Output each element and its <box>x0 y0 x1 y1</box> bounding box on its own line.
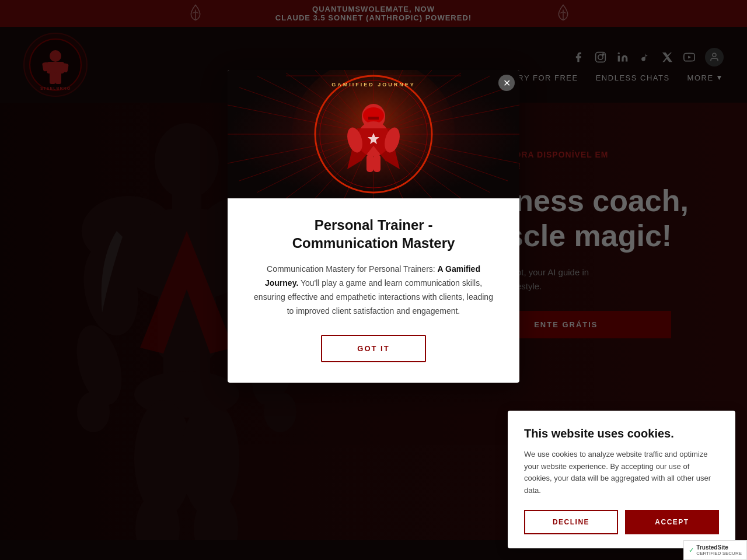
modal-description: Communication Mastery for Personal Train… <box>251 262 496 318</box>
trusted-site-label: TrustedSite <box>696 544 742 551</box>
modal-title: Personal Trainer - Communication Mastery <box>251 216 496 252</box>
modal-badge-svg: GAMIIFIED JOURNEY <box>228 70 519 198</box>
modal-close-button[interactable]: ✕ <box>498 75 515 91</box>
cookie-text: We use cookies to analyze website traffi… <box>524 449 719 497</box>
cookie-title: This website uses cookies. <box>524 427 719 440</box>
cookie-banner: This website uses cookies. We use cookie… <box>508 411 735 548</box>
svg-rect-76 <box>374 155 381 172</box>
trusted-site-certified: CERTIFIED SECURE <box>696 551 742 556</box>
got-it-button[interactable]: GOT IT <box>321 335 425 362</box>
cookie-buttons: DECLINE ACCEPT <box>524 510 719 534</box>
modal-image-area: GAMIIFIED JOURNEY <box>228 70 519 198</box>
trusted-check-icon: ✓ <box>689 547 694 554</box>
accept-button[interactable]: ACCEPT <box>625 510 719 534</box>
svg-point-69 <box>363 107 384 124</box>
modal: GAMIIFIED JOURNEY <box>228 70 519 383</box>
svg-rect-70 <box>368 117 379 120</box>
modal-desc-prefix: Communication Mastery for Personal Train… <box>267 264 435 274</box>
svg-rect-75 <box>366 155 374 172</box>
trusted-site-badge: ✓ TrustedSite CERTIFIED SECURE <box>683 540 747 560</box>
svg-text:GAMIIFIED JOURNEY: GAMIIFIED JOURNEY <box>331 82 416 88</box>
decline-button[interactable]: DECLINE <box>524 510 618 534</box>
modal-body: Personal Trainer - Communication Mastery… <box>228 198 519 383</box>
